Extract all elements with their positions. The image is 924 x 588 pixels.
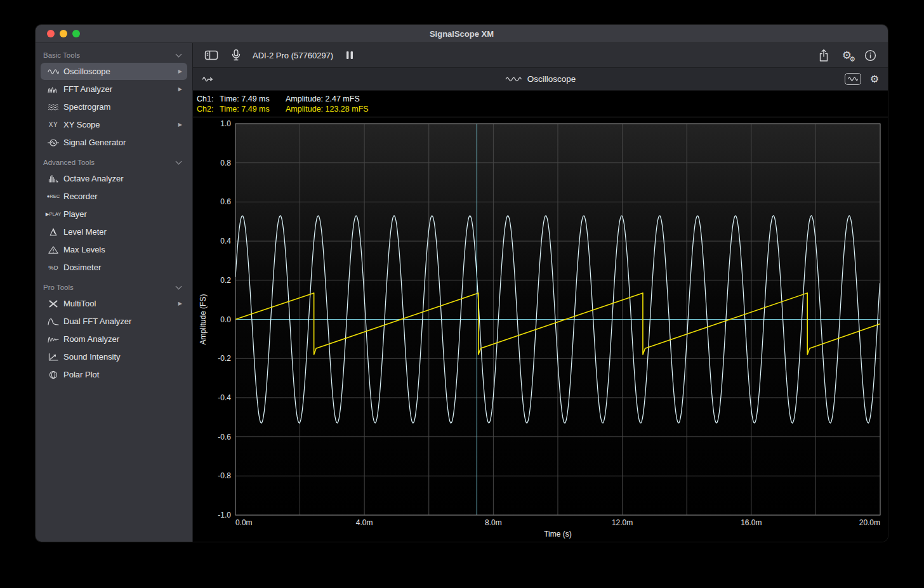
ch2-label: Ch2: [197,104,220,114]
pause-icon [346,51,353,60]
oscilloscope-chart: 0.0m4.0m8.0m12.0m16.0m20.0m1.00.80.60.40… [193,117,888,542]
display-mode-button[interactable] [845,73,861,85]
y-tick-label: -0.6 [218,433,231,441]
x-tick-label: 12.0m [612,518,633,527]
sidebar-item-label: Room Analyzer [63,334,182,344]
window-title: SignalScope XM [36,29,888,39]
x-axis-title: Time (s) [544,530,571,539]
chevron-down-icon [176,159,182,165]
level-meter-icon [43,228,63,237]
sidebar-item-xy-scope[interactable]: XYXY Scope▶ [41,116,187,133]
info-button[interactable] [863,48,878,63]
y-tick-label: 0.8 [220,159,231,167]
y-tick-label: -1.0 [218,511,231,519]
sidebar-item-label: Dual FFT Analyzer [63,317,182,326]
ch1-time-value: Time: 7.49 ms [220,94,286,104]
scope-title-wrap: Oscilloscope [193,74,888,84]
sidebar-item-spectrogram[interactable]: Spectrogram [41,98,187,115]
sidebar-item-max-levels[interactable]: Max Levels [41,241,187,258]
sidebar-item-oscilloscope[interactable]: Oscilloscope▶ [41,63,187,80]
warning-icon [43,245,63,254]
signal-route-button[interactable] [201,74,216,85]
x-tick-label: 4.0m [356,518,373,527]
sidebar-item-label: Dosimeter [63,263,182,272]
section-label: Pro Tools [43,284,176,291]
input-source-button[interactable] [230,48,242,63]
device-name[interactable]: ADI-2 Pro (57760297) [253,51,333,60]
sidebar-item-signal-generator[interactable]: Signal Generator [41,134,187,151]
sidebar-item-polar-plot[interactable]: Polar Plot [41,366,187,383]
sidebar-item-label: MultiTool [63,299,175,308]
ch1-readout: Ch1: Time: 7.49 ms Amplitude: 2.47 mFS [197,94,888,104]
submenu-arrow-icon: ▶ [178,301,182,306]
play-icon: ▶PLAY [43,211,63,217]
sound-intensity-icon [43,353,63,362]
sidebar-item-sound-intensity[interactable]: Sound Intensity [41,348,187,365]
chevron-down-icon [176,284,182,290]
x-tick-label: 0.0m [235,518,253,527]
section-label: Advanced Tools [43,159,176,166]
sidebar: Basic ToolsOscilloscope▶FFT Analyzer▶Spe… [36,43,193,542]
scope-settings-button[interactable]: ⚙ [869,73,880,86]
sidebar-toggle-icon [204,49,218,61]
pause-button[interactable] [345,49,355,61]
share-button[interactable] [817,48,831,63]
sidebar-item-label: Level Meter [63,227,182,237]
section-label: Basic Tools [43,51,176,59]
x-tick-label: 16.0m [741,518,762,527]
chart-area[interactable]: 0.0m4.0m8.0m12.0m16.0m20.0m1.00.80.60.40… [193,117,888,542]
ch2-time-value: Time: 7.49 ms [220,104,286,114]
main-content: ADI-2 Pro (57760297) ⚙⚙ [193,43,888,542]
waveform-icon [505,75,522,83]
x-tick-label: 20.0m [859,518,880,527]
sidebar-item-label: Recorder [63,192,182,201]
dosimeter-icon: %D [43,264,63,271]
sidebar-item-dual-fft-analyzer[interactable]: Dual FFT Analyzer [41,313,187,330]
share-icon [818,49,829,62]
chevron-down-icon [176,51,182,58]
sidebar-item-label: FFT Analyzer [63,84,175,94]
y-tick-label: 0.6 [220,197,231,206]
sidebar-section-advanced-tools[interactable]: Advanced Tools [36,152,192,169]
scope-title: Oscilloscope [527,74,576,84]
submenu-arrow-icon: ▶ [178,69,182,74]
sidebar-item-octave-analyzer[interactable]: Octave Analyzer [41,170,187,187]
main-toolbar: ADI-2 Pro (57760297) ⚙⚙ [193,43,888,68]
sidebar-item-fft-analyzer[interactable]: FFT Analyzer▶ [41,81,187,98]
sidebar-section-basic-tools[interactable]: Basic Tools [36,44,192,62]
info-icon [864,49,876,62]
y-tick-label: 0.0 [220,315,231,324]
sidebar-section-pro-tools[interactable]: Pro Tools [36,277,192,294]
sidebar-item-player[interactable]: ▶PLAYPlayer [41,206,187,223]
close-button[interactable] [47,30,55,37]
submenu-arrow-icon: ▶ [178,122,182,127]
settings-button[interactable]: ⚙⚙ [841,49,853,62]
sidebar-item-recorder[interactable]: ●RECRecorder [41,188,187,205]
y-tick-label: -0.4 [218,393,231,402]
sidebar-item-level-meter[interactable]: Level Meter [41,223,187,240]
sidebar-toggle-button[interactable] [203,48,220,62]
traffic-lights [36,30,80,37]
sidebar-item-label: Oscilloscope [63,67,175,76]
y-tick-label: 0.2 [220,276,231,285]
gears-icon: ⚙⚙ [842,50,852,61]
zoom-button[interactable] [72,30,80,37]
signal-generator-icon [43,138,63,147]
minimize-button[interactable] [60,30,67,37]
room-analyzer-icon [43,335,63,344]
sidebar-item-multitool[interactable]: MultiTool▶ [41,295,187,312]
octave-bars-icon [43,174,63,183]
sidebar-item-room-analyzer[interactable]: Room Analyzer [41,330,187,348]
fft-icon [43,85,63,94]
sidebar-item-label: Max Levels [63,245,182,254]
microphone-icon [231,49,241,62]
sine-wave-icon [43,67,63,76]
rec-icon: ●REC [43,193,63,199]
y-axis-title: Amplitude (FS) [199,294,208,345]
sidebar-item-label: Spectrogram [63,102,182,112]
sidebar-item-dosimeter[interactable]: %DDosimeter [41,259,187,276]
titlebar[interactable]: SignalScope XM [36,25,888,43]
ch2-readout: Ch2: Time: 7.49 ms Amplitude: 123.28 mFS [197,104,888,114]
plot-display-icon [848,75,858,82]
signal-route-icon [202,75,214,84]
